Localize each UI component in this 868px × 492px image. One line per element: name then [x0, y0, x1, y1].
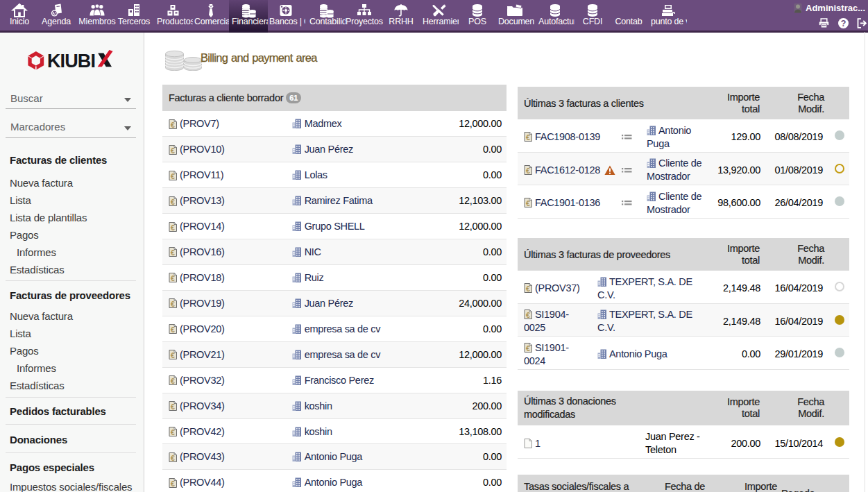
svg-text:KIUBI: KIUBI	[47, 51, 95, 71]
svg-text:?: ?	[840, 19, 846, 28]
